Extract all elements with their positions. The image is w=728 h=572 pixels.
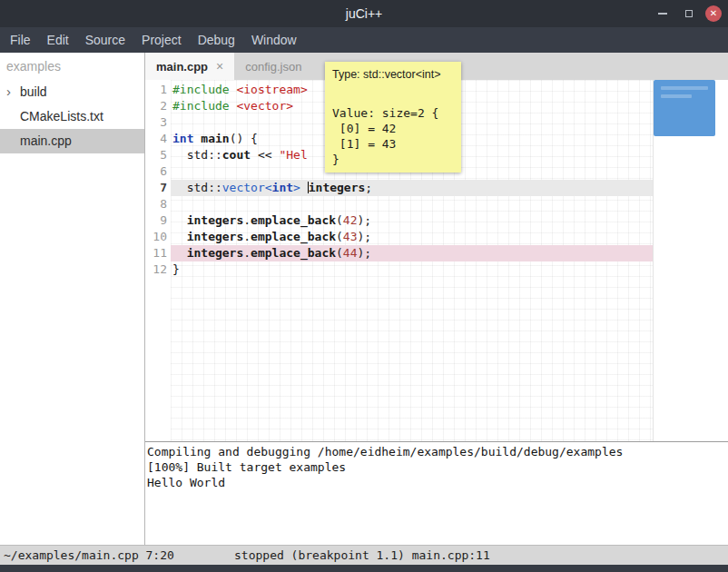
tree-item-label: CMakeLists.txt: [20, 109, 103, 123]
window-controls: ✕: [653, 0, 722, 27]
minimize-button[interactable]: [653, 4, 673, 24]
line-number: 9: [145, 212, 167, 229]
expander-icon[interactable]: ›: [6, 79, 11, 104]
maximize-icon: [685, 10, 693, 17]
editor-minimap[interactable]: [654, 80, 715, 136]
code-line-11[interactable]: 11 integers.emplace_back(44);: [145, 245, 728, 261]
code-text: }: [172, 261, 180, 278]
window-bottom-border: [0, 565, 728, 572]
terminal-line: Hello World: [147, 475, 728, 490]
tooltip-value-line: }: [332, 152, 454, 167]
tree-item-cmakelists-txt[interactable]: CMakeLists.txt: [0, 104, 144, 129]
code-text: integers.emplace_back(43);: [172, 229, 371, 245]
terminal-line: [100%] Built target examples: [147, 459, 728, 475]
minimap-line: [661, 86, 708, 90]
file-tree: ›buildCMakeLists.txtmain.cpp: [0, 80, 144, 153]
code-line-7[interactable]: 7 std::vector<int> integers;: [145, 180, 728, 196]
sidebar-header: examples: [0, 53, 144, 80]
line-number: 7: [145, 180, 167, 196]
status-debug-state: stopped (breakpoint 1.1) main.cpp:11: [234, 548, 490, 562]
tooltip-value-line: [0] = 42: [332, 121, 454, 136]
line-number: 3: [145, 114, 167, 131]
line-number: 1: [145, 82, 167, 98]
tab-main-cpp[interactable]: main.cpp×: [145, 53, 234, 80]
status-bar: ~/examples/main.cpp 7:20 stopped (breakp…: [0, 545, 728, 565]
code-line-12[interactable]: 12}: [145, 261, 728, 278]
close-button[interactable]: ✕: [705, 5, 722, 22]
tree-item-label: build: [20, 84, 47, 99]
title-bar: juCi++ ✕: [0, 0, 728, 27]
sidebar: examples ›buildCMakeLists.txtmain.cpp: [0, 53, 145, 545]
code-text: #include <iostream>: [172, 82, 308, 98]
tooltip-value-section: Value: size=2 { [0] = 42 [1] = 43}: [325, 87, 461, 173]
app-window: juCi++ ✕ FileEditSourceProjectDebugWindo…: [0, 0, 728, 572]
code-line-9[interactable]: 9 integers.emplace_back(42);: [145, 212, 728, 229]
minimize-icon: [658, 13, 667, 15]
code-text: #include <vector>: [172, 98, 293, 114]
tree-item-build[interactable]: ›build: [0, 80, 144, 104]
code-line-10[interactable]: 10 integers.emplace_back(43);: [145, 229, 728, 245]
window-title: juCi++: [346, 6, 382, 21]
tab-close-icon[interactable]: ×: [216, 59, 223, 74]
terminal-line: Compiling and debugging /home/eidheim/ex…: [147, 444, 728, 459]
line-number: 8: [145, 196, 167, 212]
tree-item-label: main.cpp: [20, 133, 72, 148]
line-number: 12: [145, 261, 167, 278]
tab-config-json[interactable]: config.json: [234, 53, 312, 80]
tooltip-type-line: Type: std::vector<int>: [325, 62, 461, 87]
status-file-position: ~/examples/main.cpp 7:20: [4, 548, 174, 562]
close-icon: ✕: [710, 9, 717, 18]
menu-item-window[interactable]: Window: [243, 27, 305, 53]
debug-tooltip: Type: std::vector<int> Value: size=2 { […: [325, 62, 461, 173]
menu-item-edit[interactable]: Edit: [39, 27, 77, 53]
menu-item-debug[interactable]: Debug: [190, 27, 243, 53]
menu-bar: FileEditSourceProjectDebugWindow: [0, 27, 728, 53]
tooltip-value-line: [1] = 43: [332, 136, 454, 152]
minimap-line: [661, 94, 692, 98]
code-text: integers.emplace_back(42);: [172, 212, 371, 229]
tree-item-main-cpp[interactable]: main.cpp: [0, 129, 144, 153]
terminal-panel[interactable]: Compiling and debugging /home/eidheim/ex…: [145, 441, 728, 545]
tab-label: main.cpp: [156, 60, 208, 74]
tab-label: config.json: [245, 60, 301, 74]
line-number: 5: [145, 147, 167, 163]
menu-item-project[interactable]: Project: [133, 27, 190, 53]
code-line-8[interactable]: 8: [145, 196, 728, 212]
menu-item-source[interactable]: Source: [77, 27, 133, 53]
line-number: 10: [145, 229, 167, 245]
code-text: std::vector<int> integers;: [172, 180, 372, 196]
line-number: 11: [145, 245, 167, 261]
line-number: 2: [145, 98, 167, 114]
line-number: 4: [145, 131, 167, 147]
code-text: integers.emplace_back(44);: [172, 245, 371, 261]
maximize-button[interactable]: [679, 4, 699, 24]
code-text: int main() {: [172, 131, 258, 147]
code-text: std::cout << "Hel: [172, 147, 308, 163]
menu-item-file[interactable]: File: [2, 27, 39, 53]
tooltip-value-line: Value: size=2 {: [332, 105, 454, 121]
line-number: 6: [145, 163, 167, 180]
